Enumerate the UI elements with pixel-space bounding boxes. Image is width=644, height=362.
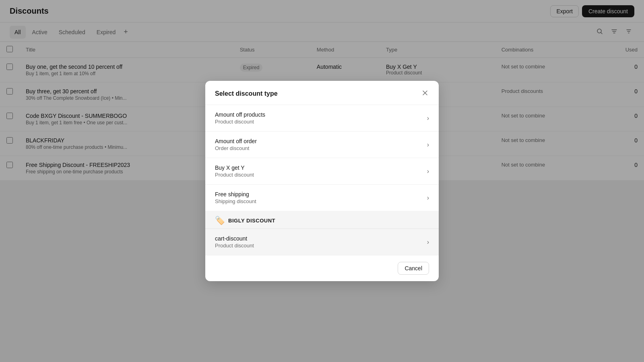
modal-header: Select discount type xyxy=(205,81,439,105)
chevron-right-icon: › xyxy=(427,239,429,246)
option-amount-off-order[interactable]: Amount off order Order discount › xyxy=(205,132,439,158)
modal-body: Amount off products Product discount › A… xyxy=(205,105,439,255)
option-cart-discount[interactable]: cart-discount Product discount › xyxy=(215,229,429,255)
chevron-right-icon: › xyxy=(427,168,429,175)
plugin-header: 🏷️ BIGLY DISCOUNT xyxy=(215,216,429,228)
option-free-shipping[interactable]: Free shipping Shipping discount › xyxy=(205,185,439,211)
chevron-right-icon: › xyxy=(427,115,429,122)
select-discount-type-modal: Select discount type Amount off products… xyxy=(205,81,439,281)
plugin-icon: 🏷️ xyxy=(215,216,225,225)
chevron-right-icon: › xyxy=(427,194,429,202)
plugin-name: BIGLY DISCOUNT xyxy=(228,218,275,224)
modal-close-button[interactable] xyxy=(421,89,429,98)
modal-title: Select discount type xyxy=(215,90,278,97)
option-amount-off-products[interactable]: Amount off products Product discount › xyxy=(205,105,439,132)
option-buy-x-get-y[interactable]: Buy X get Y Product discount › xyxy=(205,158,439,185)
plugin-section: 🏷️ BIGLY DISCOUNT cart-discount Product … xyxy=(205,211,439,255)
modal-overlay[interactable]: Select discount type Amount off products… xyxy=(0,0,644,362)
close-icon xyxy=(422,90,428,96)
modal-footer: Cancel xyxy=(205,255,439,281)
chevron-right-icon: › xyxy=(427,141,429,148)
cancel-button[interactable]: Cancel xyxy=(398,262,429,275)
